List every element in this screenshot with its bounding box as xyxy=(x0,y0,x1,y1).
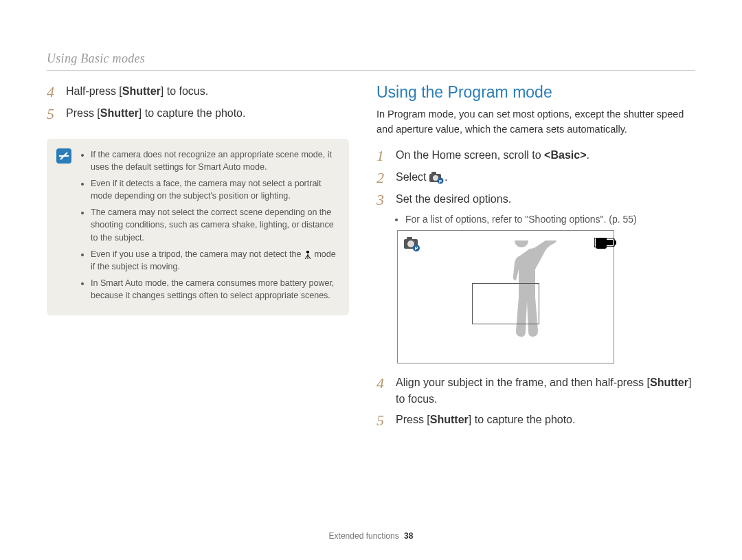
svg-line-2 xyxy=(305,255,308,259)
step-text: Select P. xyxy=(396,169,693,187)
step: 2Select P. xyxy=(376,169,693,187)
sub-bullet-list: For a list of options, refer to "Shootin… xyxy=(376,214,693,225)
focus-frame xyxy=(472,283,539,324)
step-number: 5 xyxy=(376,412,389,429)
breadcrumb: Using Basic modes xyxy=(47,52,695,71)
step-text: Press [Shutter] to capture the photo. xyxy=(66,105,349,123)
step-text: On the Home screen, scroll to <Basic>. xyxy=(396,147,693,165)
step-text: Half-press [Shutter] to focus. xyxy=(66,83,349,101)
step: 3Set the desired options. xyxy=(376,191,693,209)
svg-text:P: P xyxy=(439,179,442,183)
stabilizer-icon xyxy=(596,238,607,249)
svg-rect-6 xyxy=(431,172,436,175)
right-column: Using the Program mode In Program mode, … xyxy=(376,83,693,434)
step: 4Half-press [Shutter] to focus. xyxy=(47,83,349,101)
svg-point-12 xyxy=(407,240,414,247)
step-text: Align your subject in the frame, and the… xyxy=(396,374,693,407)
step: 1On the Home screen, scroll to <Basic>. xyxy=(376,147,693,165)
step-number: 1 xyxy=(376,147,389,165)
note-icon xyxy=(56,148,71,164)
svg-text:P: P xyxy=(415,246,418,251)
note-item: Even if you use a tripod, the camera may… xyxy=(91,248,338,273)
note-item: In Smart Auto mode, the camera consumes … xyxy=(91,277,338,302)
note-item: If the camera does not recognize an appr… xyxy=(91,148,338,173)
step-text: Set the desired options. xyxy=(396,191,693,209)
left-column: 4Half-press [Shutter] to focus.5Press [S… xyxy=(47,83,349,434)
overlay-icons: 1 M A xyxy=(602,238,607,248)
two-column-layout: 4Half-press [Shutter] to focus.5Press [S… xyxy=(47,83,695,434)
note-item: The camera may not select the correct sc… xyxy=(91,206,338,243)
section-intro: In Program mode, you can set most option… xyxy=(376,107,693,137)
step-number: 4 xyxy=(376,374,389,407)
manual-page: Using Basic modes 4Half-press [Shutter] … xyxy=(0,0,742,434)
step: 4Align your subject in the frame, and th… xyxy=(376,374,693,407)
program-mode-icon: P xyxy=(403,236,421,251)
step-number: 4 xyxy=(47,83,59,101)
program-icon: P xyxy=(429,172,445,184)
step-number: 2 xyxy=(376,169,389,187)
svg-rect-11 xyxy=(407,237,412,240)
camera-preview: P 1 M xyxy=(397,230,614,363)
step: 5Press [Shutter] to capture the photo. xyxy=(376,412,693,429)
step-number: 5 xyxy=(47,105,59,123)
section-heading: Using the Program mode xyxy=(376,83,693,102)
step: 5Press [Shutter] to capture the photo. xyxy=(47,105,349,123)
step-text: Press [Shutter] to capture the photo. xyxy=(396,412,693,429)
svg-rect-0 xyxy=(306,251,309,253)
page-number: 38 xyxy=(404,531,413,541)
note-box: If the camera does not recognize an appr… xyxy=(47,139,349,315)
svg-line-3 xyxy=(308,255,311,259)
note-item: Even if it detects a face, the camera ma… xyxy=(91,177,338,202)
tripod-icon xyxy=(304,250,312,258)
note-list: If the camera does not recognize an appr… xyxy=(80,148,338,306)
footer-section: Extended functions xyxy=(329,531,399,541)
page-footer: Extended functions 38 xyxy=(0,531,742,541)
options-reference: For a list of options, refer to "Shootin… xyxy=(405,214,693,225)
svg-rect-16 xyxy=(614,240,616,245)
step-number: 3 xyxy=(376,191,389,209)
